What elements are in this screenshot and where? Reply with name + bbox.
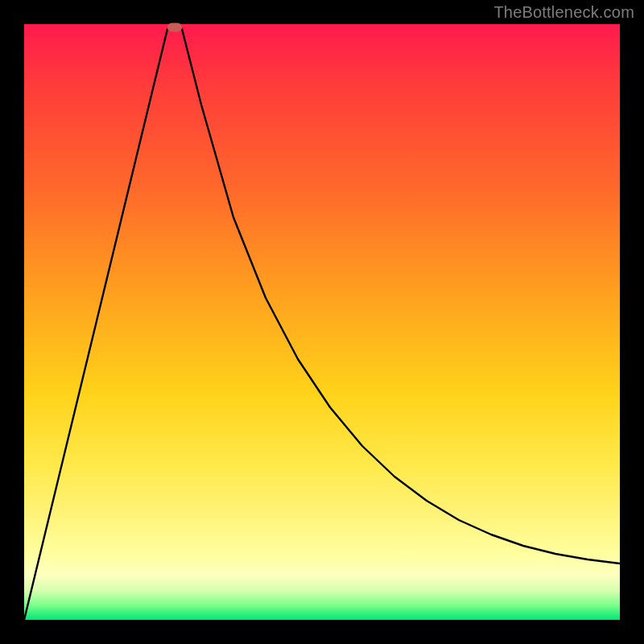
minimum-marker <box>167 23 182 32</box>
bottleneck-curve <box>24 24 620 620</box>
curve-path <box>24 29 620 620</box>
chart-stage: TheBottleneck.com <box>0 0 644 644</box>
watermark-text: TheBottleneck.com <box>493 3 634 22</box>
plot-area <box>24 24 620 620</box>
